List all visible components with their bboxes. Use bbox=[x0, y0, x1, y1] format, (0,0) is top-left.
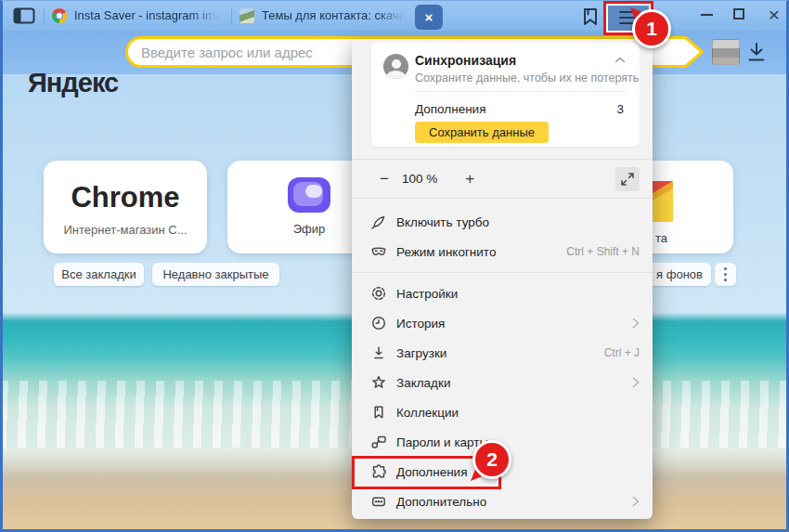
download-icon bbox=[369, 344, 388, 362]
shortcut-label: Ctrl + J bbox=[604, 346, 640, 359]
menu-item-more[interactable]: Дополнительно bbox=[352, 487, 653, 516]
downloads-icon[interactable] bbox=[744, 40, 769, 66]
sync-additions-row[interactable]: Дополнения 3 bbox=[415, 92, 627, 116]
all-bookmarks-button[interactable]: Все закладки bbox=[54, 263, 144, 286]
menu-item-turbo[interactable]: Включить турбо bbox=[352, 207, 653, 237]
menu-item-label: Закладки bbox=[396, 376, 450, 390]
incognito-mask-icon bbox=[369, 242, 388, 261]
menu-item-settings[interactable]: Настройки bbox=[352, 279, 653, 308]
yandex-logo: Яндекс bbox=[28, 68, 118, 98]
star-icon bbox=[369, 373, 388, 392]
bookmark-flag-icon bbox=[369, 403, 388, 422]
menu-item-incognito[interactable]: Режим инкогнито Ctrl + Shift + N bbox=[352, 237, 653, 266]
additions-label: Дополнения bbox=[415, 102, 485, 116]
step2-badge: 2 bbox=[472, 440, 511, 479]
sidebar-toggle-icon[interactable] bbox=[13, 7, 35, 24]
menu-item-label: Режим инкогнито bbox=[396, 245, 496, 259]
tile-label: та bbox=[655, 231, 667, 245]
menu-item-collections[interactable]: Коллекции bbox=[352, 397, 653, 427]
efir-icon bbox=[288, 177, 330, 213]
zoom-out-button[interactable]: − bbox=[376, 171, 393, 188]
menu-item-label: Коллекции bbox=[396, 406, 459, 420]
additions-count: 3 bbox=[616, 102, 624, 116]
chevron-right-icon bbox=[632, 318, 640, 329]
chevron-right-icon bbox=[632, 496, 640, 507]
fullscreen-button[interactable] bbox=[615, 167, 640, 191]
menu-item-history[interactable]: История bbox=[352, 308, 653, 338]
collections-flag-icon[interactable] bbox=[581, 6, 600, 27]
window-minimize-button[interactable] bbox=[701, 14, 713, 16]
sync-subtitle: Сохраните данные, чтобы их не потерять bbox=[415, 71, 639, 84]
sync-title: Синхронизация bbox=[415, 54, 639, 68]
menu-item-label: История bbox=[396, 317, 445, 331]
shortcut-label: Ctrl + Shift + N bbox=[566, 245, 640, 258]
menu-item-label: Настройки bbox=[396, 287, 458, 301]
key-card-icon bbox=[369, 433, 388, 451]
step1-badge: 1 bbox=[632, 9, 671, 48]
menu-item-label: Загрузки bbox=[396, 346, 446, 360]
chrome-webstore-favicon bbox=[52, 8, 67, 23]
menu-divider bbox=[352, 272, 653, 273]
menu-item-label: Включить турбо bbox=[396, 215, 489, 229]
menu-item-downloads[interactable]: Загрузки Ctrl + J bbox=[352, 338, 653, 368]
chevron-up-icon[interactable] bbox=[614, 57, 626, 63]
tab-divider bbox=[44, 7, 45, 24]
zoom-controls: − 100 % + bbox=[352, 160, 653, 198]
tab-themes-vk[interactable]: Темы для контакта: скачив bbox=[239, 0, 408, 31]
background-preview-thumbnail[interactable] bbox=[712, 39, 740, 65]
clock-icon bbox=[369, 314, 388, 332]
tab-divider bbox=[231, 7, 232, 24]
themes-page-favicon bbox=[239, 8, 254, 23]
menu-item-label: Пароли и карты bbox=[396, 435, 488, 449]
search-bar-arrow[interactable] bbox=[671, 36, 705, 68]
window-close-button[interactable]: × bbox=[765, 2, 783, 28]
window-maximize-button[interactable] bbox=[733, 8, 744, 19]
ellipsis-box-icon bbox=[369, 492, 388, 511]
browser-window: Chrome Интернет-магазин С... Эфир та Все… bbox=[0, 0, 789, 532]
tab-title: Insta Saver - instagram ima bbox=[74, 8, 222, 22]
vertical-dots-icon bbox=[724, 273, 727, 276]
tab-title: Темы для контакта: скачив bbox=[262, 8, 408, 22]
sync-section[interactable]: Синхронизация Сохраните данные, чтобы их… bbox=[371, 43, 640, 147]
tile-subtitle: Интернет-магазин С... bbox=[44, 223, 207, 237]
save-data-button[interactable]: Сохранить данные bbox=[415, 122, 549, 143]
menu-item-label: Дополнительно bbox=[396, 495, 486, 509]
zoom-level: 100 % bbox=[402, 172, 437, 186]
tile-title: Chrome bbox=[44, 181, 207, 214]
gallery-more-button[interactable] bbox=[715, 263, 736, 286]
tab-close-button[interactable]: × bbox=[415, 5, 443, 30]
avatar bbox=[383, 54, 408, 79]
chevron-right-icon bbox=[632, 377, 640, 388]
recently-closed-button[interactable]: Недавно закрытые bbox=[152, 263, 279, 286]
bookmark-tile-chrome[interactable]: Chrome Интернет-магазин С... bbox=[44, 161, 207, 253]
zoom-in-button[interactable]: + bbox=[461, 171, 478, 188]
menu-item-bookmarks[interactable]: Закладки bbox=[352, 368, 653, 397]
gear-icon bbox=[369, 284, 388, 303]
rocket-icon bbox=[369, 213, 388, 231]
tab-insta-saver[interactable]: Insta Saver - instagram ima bbox=[52, 0, 225, 31]
